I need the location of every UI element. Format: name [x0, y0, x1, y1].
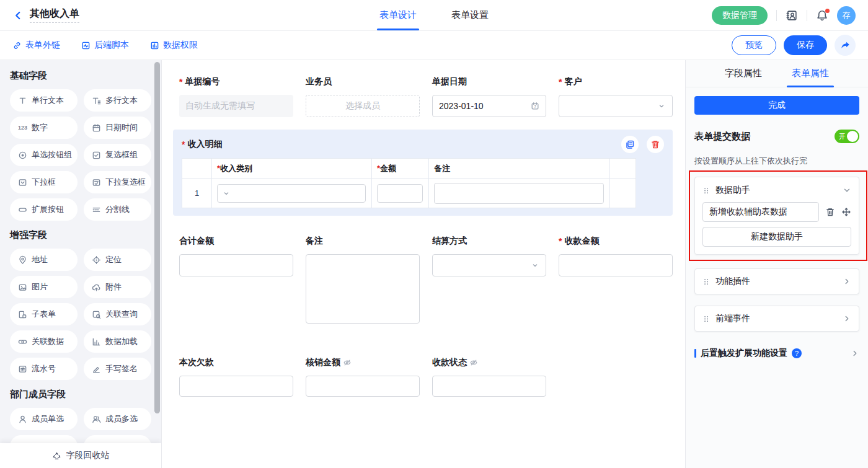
subtable-income-detail[interactable]: *收入明细 *收入类别 *金额: [173, 130, 673, 216]
divider-icon: [92, 205, 101, 214]
tab-form-settings[interactable]: 表单设置: [451, 0, 489, 30]
data-manage-button[interactable]: 数据管理: [712, 6, 768, 25]
image-icon: [18, 283, 27, 292]
notification-bell-icon[interactable]: [816, 9, 828, 22]
submit-data-label: 表单提交数据: [694, 131, 750, 143]
field-received-amount[interactable]: *收款金额: [559, 236, 673, 276]
remark-cell-input[interactable]: [434, 183, 604, 204]
writeoff-amount-input[interactable]: [306, 376, 420, 397]
field-customer[interactable]: *客户: [559, 76, 673, 117]
field-remark[interactable]: 备注: [306, 236, 420, 324]
field-member-multi[interactable]: 成员多选: [84, 408, 151, 430]
field-data-load[interactable]: 数据加载: [84, 330, 151, 353]
link-label: 后端脚本: [94, 40, 129, 51]
done-button[interactable]: 完成: [694, 96, 859, 115]
toolbar: 表单外链 后端脚本 数据权限 预览 保存: [0, 31, 868, 60]
data-permission-link[interactable]: 数据权限: [150, 40, 198, 51]
field-extend-button[interactable]: 扩展按钮: [10, 198, 78, 221]
divider: [776, 10, 777, 21]
eye-off-icon: [343, 358, 352, 367]
field-settlement[interactable]: 结算方式: [432, 236, 546, 276]
form-external-link[interactable]: 表单外链: [12, 40, 60, 51]
field-multi-select[interactable]: 下拉复选框: [84, 171, 151, 193]
sidebar-scrollbar[interactable]: [154, 62, 160, 413]
field-signature[interactable]: 手写签名: [84, 358, 151, 380]
field-member-single[interactable]: 成员单选: [10, 408, 78, 430]
frontend-event-section[interactable]: 前端事件: [694, 306, 859, 332]
field-subform[interactable]: 子表单: [10, 303, 78, 325]
field-sidebar: 基础字段 单行文本 多行文本 123 数字 日期时间: [0, 60, 161, 468]
doc-no-input[interactable]: 自动生成无需填写: [179, 95, 293, 117]
people-icon: [92, 415, 101, 424]
svg-text:7: 7: [534, 105, 536, 108]
receipt-status-input[interactable]: [432, 376, 546, 397]
contacts-icon[interactable]: [786, 9, 798, 22]
subtable-delete-button[interactable]: [647, 136, 664, 153]
field-image[interactable]: 图片: [10, 276, 78, 298]
field-divider[interactable]: 分割线: [84, 198, 151, 221]
radio-icon: [18, 151, 27, 160]
toggle-knob: [847, 131, 858, 142]
salesman-picker[interactable]: 选择成员: [306, 95, 420, 117]
tab-form-properties[interactable]: 表单属性: [792, 60, 829, 87]
field-number[interactable]: 123 数字: [10, 117, 78, 139]
date-input[interactable]: 2023-01-10 7: [432, 95, 546, 117]
field-recycle-bin[interactable]: 字段回收站: [0, 443, 161, 468]
field-receipt-status[interactable]: 收款状态: [432, 357, 546, 397]
back-icon[interactable]: [12, 10, 24, 21]
field-single-line-text[interactable]: 单行文本: [10, 89, 78, 112]
data-assistant-annotation: 数据助手 新增收款辅助表数据 新建数据助手: [694, 177, 859, 255]
total-amount-input[interactable]: [179, 254, 293, 276]
avatar[interactable]: 存: [837, 6, 856, 25]
help-icon[interactable]: ?: [792, 348, 802, 358]
bar-chart-icon: [92, 337, 101, 347]
remark-textarea[interactable]: [306, 254, 420, 324]
field-radio-group[interactable]: 单选按钮组: [10, 144, 78, 166]
tab-form-design[interactable]: 表单设计: [379, 0, 417, 30]
tab-field-properties[interactable]: 字段属性: [725, 60, 762, 87]
save-button[interactable]: 保存: [784, 35, 827, 55]
field-select[interactable]: 下拉框: [10, 171, 78, 193]
field-address[interactable]: 地址: [10, 249, 78, 271]
field-serial-number[interactable]: 流水号: [10, 358, 78, 380]
field-location[interactable]: 定位: [84, 249, 151, 271]
backend-script-link[interactable]: 后端脚本: [81, 40, 129, 51]
table-row: 1: [182, 179, 636, 208]
number-icon: 123: [18, 125, 27, 131]
field-writeoff-amount[interactable]: 核销金额: [306, 357, 420, 397]
new-data-assistant-button[interactable]: 新建数据助手: [702, 227, 851, 247]
copy-icon: [625, 139, 635, 149]
received-amount-input[interactable]: [559, 254, 673, 276]
field-checkbox-group[interactable]: 复选框组: [84, 144, 151, 166]
amount-input[interactable]: [377, 184, 423, 203]
share-arrow-icon: [839, 40, 851, 51]
field-current-debt[interactable]: 本次欠款: [179, 357, 293, 397]
field-total-amount[interactable]: 合计金额: [179, 236, 293, 276]
field-multi-line-text[interactable]: 多行文本: [84, 89, 151, 112]
data-assistant-item[interactable]: 新增收款辅助表数据: [702, 202, 819, 222]
data-assistant-header[interactable]: 数据助手: [702, 185, 851, 196]
post-trigger-section[interactable]: 后置触发扩展功能设置 ?: [694, 348, 859, 359]
income-type-select[interactable]: [217, 184, 366, 203]
dropdown-icon: [18, 178, 27, 187]
settlement-select[interactable]: [432, 254, 546, 276]
pen-icon: [92, 364, 101, 374]
field-salesman[interactable]: 业务员 选择成员: [306, 76, 420, 117]
customer-select[interactable]: [559, 95, 673, 117]
share-button[interactable]: [835, 35, 856, 56]
plugin-section[interactable]: 功能插件: [694, 268, 859, 294]
delete-assistant-icon[interactable]: [825, 207, 835, 217]
field-doc-no[interactable]: *单据编号 自动生成无需填写: [179, 76, 293, 117]
calendar-icon: 7: [531, 102, 539, 110]
current-debt-input[interactable]: [179, 376, 293, 397]
field-related-data[interactable]: 关联数据: [10, 330, 78, 353]
field-attachment[interactable]: 附件: [84, 276, 151, 298]
field-datetime[interactable]: 日期时间: [84, 117, 151, 139]
move-assistant-icon[interactable]: [841, 207, 851, 217]
field-related-query[interactable]: 关联查询: [84, 303, 151, 325]
field-doc-date[interactable]: 单据日期 2023-01-10 7: [432, 76, 546, 117]
submit-data-toggle[interactable]: 开: [835, 130, 859, 143]
preview-button[interactable]: 预览: [732, 35, 776, 55]
subtable-copy-button[interactable]: [621, 136, 639, 153]
chevron-down-icon: [222, 189, 231, 198]
